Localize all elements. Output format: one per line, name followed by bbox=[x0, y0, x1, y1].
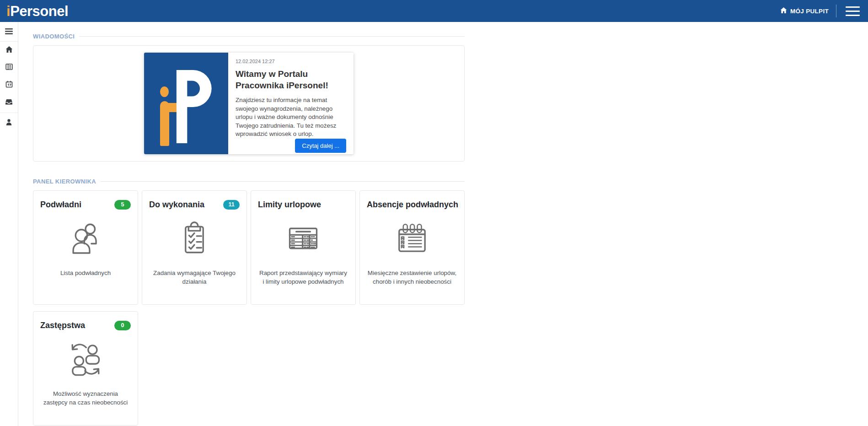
card-caption: Możliwość wyznaczenia zastępcy na czas n… bbox=[40, 389, 131, 407]
navbar-right-group: MÓJ PULPIT bbox=[780, 5, 862, 18]
card-header: Absencje podwładnych bbox=[367, 199, 457, 210]
card-header: Podwładni 5 bbox=[40, 199, 131, 210]
news-text-column: 12.02.2024 12:27 Witamy w Portalu Pracow… bbox=[228, 53, 354, 154]
home-icon bbox=[5, 46, 13, 55]
card-header: Zastępstwa 0 bbox=[40, 320, 131, 331]
top-navbar: iPersonel MÓJ PULPIT bbox=[0, 0, 868, 22]
card-title: Do wykonania bbox=[149, 200, 204, 210]
card-do-wykonania[interactable]: Do wykonania 11 Zadania wymagające Twoje… bbox=[142, 190, 247, 305]
card-caption: Lista podwładnych bbox=[40, 269, 131, 277]
logo-i-dot bbox=[160, 86, 169, 97]
absence-notebook-icon bbox=[367, 219, 457, 258]
news-timestamp: 12.02.2024 12:27 bbox=[236, 59, 346, 64]
card-caption: Miesięczne zestawienie urlopów, chorób i… bbox=[367, 269, 457, 286]
left-sidebar bbox=[0, 22, 18, 426]
card-absencje-podwladnych[interactable]: Absencje podwładnych Miesi bbox=[359, 190, 465, 305]
swap-users-icon bbox=[40, 340, 131, 378]
sidebar-menu-toggle[interactable] bbox=[0, 22, 18, 42]
count-badge: 0 bbox=[114, 321, 131, 330]
card-caption: Zadania wymagające Twojego działania bbox=[149, 269, 240, 286]
card-title: Absencje podwładnych bbox=[367, 200, 458, 210]
section-divider bbox=[79, 36, 465, 37]
manager-panel-section-header: PANEL KIEROWNIKA bbox=[33, 178, 465, 185]
news-card: 12.02.2024 12:27 Witamy w Portalu Pracow… bbox=[144, 53, 354, 154]
messages-panel: 12.02.2024 12:27 Witamy w Portalu Pracow… bbox=[33, 45, 465, 162]
logo-letter-i: i bbox=[6, 3, 10, 19]
card-header: Do wykonania 11 bbox=[149, 199, 240, 210]
main-content: WIADOMOŚCI 12.02.2024 12:27 Witamy w Por… bbox=[18, 22, 868, 426]
logo-letter-p bbox=[172, 70, 212, 145]
messages-section-header: WIADOMOŚCI bbox=[33, 33, 465, 40]
sidebar-item-profile[interactable] bbox=[0, 114, 18, 132]
card-header: Limity urlopowe bbox=[258, 199, 348, 210]
sidebar-item-news[interactable] bbox=[0, 59, 18, 76]
my-desktop-link[interactable]: MÓJ PULPIT bbox=[780, 7, 829, 15]
calendar-icon bbox=[5, 81, 13, 90]
sidebar-item-inbox[interactable] bbox=[0, 94, 18, 111]
card-title: Limity urlopowe bbox=[258, 200, 321, 210]
card-caption: Raport przedstawiający wymiary i limity … bbox=[258, 269, 348, 286]
read-more-button[interactable]: Czytaj dalej ... bbox=[295, 139, 346, 153]
menu-icon bbox=[5, 28, 13, 36]
count-badge: 5 bbox=[114, 200, 131, 210]
news-body: Znajdziesz tu informacje na temat swojeg… bbox=[236, 96, 346, 139]
card-limity-urlopowe[interactable]: Limity urlopowe Raport przedstawiający bbox=[251, 190, 356, 305]
navbar-divider bbox=[836, 5, 836, 17]
section-divider bbox=[101, 181, 465, 182]
news-thumbnail-ipersonel-logo bbox=[144, 53, 228, 154]
users-icon bbox=[40, 219, 131, 258]
sidebar-item-calendar[interactable] bbox=[0, 76, 18, 94]
sidebar-item-home[interactable] bbox=[0, 42, 18, 59]
card-podwladni[interactable]: Podwładni 5 Lista podwładnych bbox=[33, 190, 138, 305]
app-logo[interactable]: iPersonel bbox=[6, 4, 68, 18]
user-icon bbox=[5, 119, 12, 128]
news-actions: Czytaj dalej ... bbox=[236, 139, 346, 153]
sidebar-divider bbox=[0, 113, 18, 113]
tasks-checklist-icon bbox=[149, 219, 240, 258]
news-title: Witamy w Portalu Pracownika iPersonel! bbox=[236, 68, 346, 91]
card-title: Podwładni bbox=[40, 200, 81, 210]
section-title-manager-panel: PANEL KIEROWNIKA bbox=[33, 178, 96, 185]
menu-icon[interactable] bbox=[844, 5, 862, 18]
count-badge: 11 bbox=[223, 200, 240, 210]
section-title-messages: WIADOMOŚCI bbox=[33, 33, 75, 40]
my-desktop-label: MÓJ PULPIT bbox=[790, 8, 829, 15]
card-title: Zastępstwa bbox=[40, 321, 85, 330]
manager-panel-cards: Podwładni 5 Lista podwładnych Do wykonan… bbox=[33, 190, 465, 426]
inbox-icon bbox=[5, 98, 13, 107]
home-icon bbox=[780, 7, 787, 15]
report-table-icon bbox=[258, 219, 348, 258]
logo-text: Personel bbox=[10, 3, 68, 19]
card-zastepstwa[interactable]: Zastępstwa 0 Możliwość wyznaczenia zastę… bbox=[33, 311, 138, 426]
news-icon bbox=[5, 63, 13, 72]
